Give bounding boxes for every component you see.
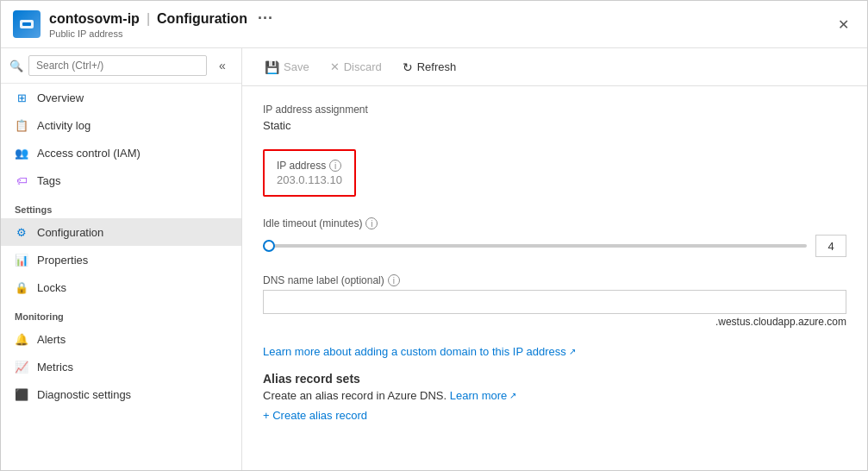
idle-timeout-slider-container: 4: [263, 235, 846, 257]
alias-learn-more-link[interactable]: Learn more ↗: [450, 389, 516, 402]
diagnostic-icon: ⬛: [15, 387, 28, 401]
title-bar: contosovm-ip | Configuration ··· Public …: [1, 1, 867, 48]
main-content: 💾 Save ✕ Discard ↻ Refresh IP address as…: [242, 48, 867, 470]
custom-domain-link-container: Learn more about adding a custom domain …: [263, 345, 846, 358]
close-button[interactable]: ✕: [831, 12, 855, 36]
sidebar-item-label-access-control: Access control (IAM): [37, 147, 141, 160]
sidebar-item-label-diagnostic: Diagnostic settings: [37, 388, 131, 401]
collapse-sidebar-button[interactable]: «: [212, 55, 233, 76]
refresh-label: Refresh: [417, 60, 457, 73]
overview-icon: ⊞: [15, 91, 28, 104]
sidebar-item-tags[interactable]: 🏷 Tags: [1, 166, 241, 194]
ip-address-box: IP address i 203.0.113.10: [263, 149, 356, 197]
idle-timeout-slider-thumb[interactable]: [263, 240, 275, 252]
search-bar: 🔍 «: [1, 48, 241, 84]
ip-address-group: IP address i 203.0.113.10: [263, 149, 846, 200]
idle-timeout-group: Idle timeout (minutes) i 4: [263, 217, 846, 257]
configuration-panel: IP address assignment Static IP address …: [242, 86, 867, 470]
settings-section-label: Settings: [1, 194, 241, 218]
page-title: Configuration: [157, 11, 247, 27]
sidebar: 🔍 « ⊞ Overview 📋 Activity log 👥 Access c…: [1, 48, 242, 470]
monitoring-section-label: Monitoring: [1, 301, 241, 325]
create-alias-button[interactable]: + Create alias record: [263, 409, 367, 422]
sidebar-item-label-configuration: Configuration: [37, 226, 103, 239]
dns-label-group: DNS name label (optional) i .westus.clou…: [263, 274, 846, 328]
ip-address-info-icon[interactable]: i: [329, 160, 341, 172]
ip-address-label: IP address i: [277, 160, 342, 172]
discard-button[interactable]: ✕ Discard: [322, 57, 390, 77]
access-control-icon: 👥: [15, 146, 28, 160]
resource-icon: [13, 10, 41, 38]
resource-name: contosovm-ip: [49, 11, 140, 27]
locks-icon: 🔒: [15, 280, 28, 294]
sidebar-item-activity-log[interactable]: 📋 Activity log: [1, 111, 241, 139]
dns-name-input[interactable]: [263, 290, 846, 314]
sidebar-item-alerts[interactable]: 🔔 Alerts: [1, 325, 241, 353]
sidebar-item-diagnostic-settings[interactable]: ⬛ Diagnostic settings: [1, 380, 241, 408]
save-icon: 💾: [265, 60, 279, 74]
sidebar-item-label-alerts: Alerts: [37, 333, 66, 346]
idle-timeout-label: Idle timeout (minutes) i: [263, 217, 846, 229]
save-button[interactable]: 💾 Save: [256, 57, 318, 78]
dns-info-icon[interactable]: i: [388, 274, 400, 286]
svg-rect-1: [22, 22, 31, 26]
sidebar-item-metrics[interactable]: 📈 Metrics: [1, 353, 241, 380]
discard-label: Discard: [344, 60, 382, 73]
dns-name-label: DNS name label (optional) i: [263, 274, 846, 286]
toolbar: 💾 Save ✕ Discard ↻ Refresh: [242, 48, 867, 86]
sidebar-item-locks[interactable]: 🔒 Locks: [1, 273, 241, 301]
sidebar-item-access-control[interactable]: 👥 Access control (IAM): [1, 139, 241, 166]
azure-window: contosovm-ip | Configuration ··· Public …: [0, 0, 868, 471]
ip-address-value: 203.0.113.10: [277, 173, 342, 186]
sidebar-item-label-properties: Properties: [37, 254, 88, 267]
create-alias-label: + Create alias record: [263, 409, 367, 422]
properties-icon: 📊: [15, 253, 28, 267]
activity-log-icon: 📋: [15, 118, 28, 132]
refresh-icon: ↻: [403, 60, 413, 74]
ip-assignment-value: Static: [263, 119, 846, 132]
idle-timeout-slider-track[interactable]: [263, 244, 807, 248]
sidebar-item-label-locks: Locks: [37, 281, 66, 294]
sidebar-item-label-activity-log: Activity log: [37, 119, 91, 132]
more-options-icon[interactable]: ···: [258, 9, 273, 28]
external-link-icon: ↗: [569, 347, 576, 356]
search-icon: 🔍: [9, 60, 23, 72]
idle-timeout-value: 4: [815, 235, 846, 257]
ip-assignment-label: IP address assignment: [263, 104, 846, 116]
idle-timeout-info-icon[interactable]: i: [365, 217, 378, 229]
custom-domain-link[interactable]: Learn more about adding a custom domain …: [263, 345, 576, 358]
ip-assignment-group: IP address assignment Static: [263, 104, 846, 132]
resource-type: Public IP address: [49, 28, 831, 39]
sidebar-item-label-overview: Overview: [37, 91, 84, 104]
title-text: contosovm-ip | Configuration ··· Public …: [49, 9, 831, 39]
sidebar-item-configuration[interactable]: ⚙ Configuration: [1, 218, 241, 246]
alias-section-desc: Create an alias record in Azure DNS. Lea…: [263, 389, 846, 402]
discard-icon: ✕: [330, 60, 340, 73]
title-main: contosovm-ip | Configuration ···: [49, 9, 831, 28]
metrics-icon: 📈: [15, 360, 28, 374]
sidebar-item-properties[interactable]: 📊 Properties: [1, 246, 241, 273]
configuration-icon: ⚙: [15, 225, 28, 239]
search-input[interactable]: [28, 55, 207, 76]
tags-icon: 🏷: [15, 173, 28, 187]
title-separator: |: [147, 11, 150, 27]
alias-external-link-icon: ↗: [509, 391, 516, 400]
sidebar-item-label-tags: Tags: [37, 174, 60, 187]
alias-record-sets-section: Alias record sets Create an alias record…: [263, 372, 846, 422]
sidebar-item-overview[interactable]: ⊞ Overview: [1, 84, 241, 111]
content-area: 🔍 « ⊞ Overview 📋 Activity log 👥 Access c…: [1, 48, 867, 470]
save-label: Save: [284, 60, 309, 73]
sidebar-item-label-metrics: Metrics: [37, 361, 73, 374]
refresh-button[interactable]: ↻ Refresh: [394, 57, 465, 78]
alias-section-title: Alias record sets: [263, 372, 846, 386]
dns-suffix: .westus.cloudapp.azure.com: [263, 316, 846, 328]
alerts-icon: 🔔: [15, 332, 28, 346]
